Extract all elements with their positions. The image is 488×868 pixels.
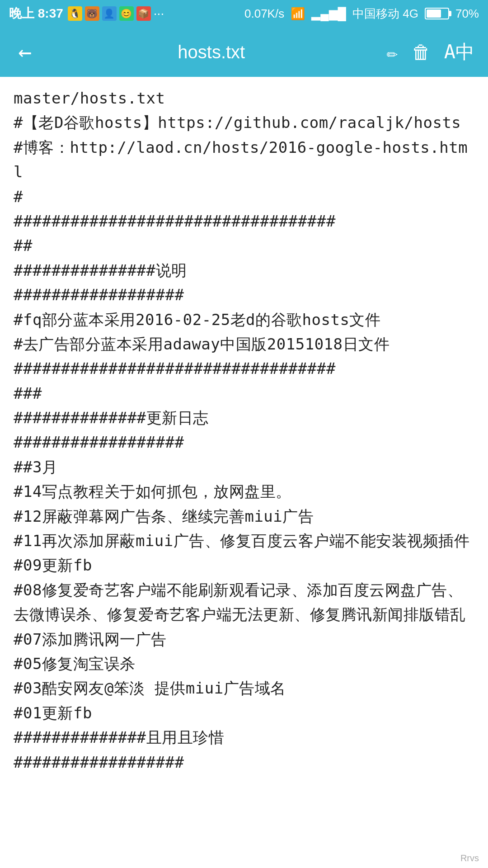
bottom-hint: Rrvs: [460, 853, 479, 863]
back-button[interactable]: ←: [14, 34, 36, 70]
status-right: 0.07K/s 📶 ▂▄▆█ 中国移动 4G 70%: [244, 6, 479, 22]
battery-indicator: [425, 8, 449, 19]
status-time: 晚上 8:37: [9, 5, 63, 22]
nav-actions: ✏ 🗑 A中: [386, 39, 474, 65]
edit-button[interactable]: ✏: [386, 41, 398, 63]
nav-title: hosts.txt: [45, 42, 377, 62]
status-icons: 🐧 🐻 👤 😊 📦 ···: [68, 6, 164, 21]
back-arrow-icon: ←: [18, 39, 32, 65]
file-content: master/hosts.txt #【老D谷歌hosts】https://git…: [0, 77, 488, 868]
app-icon-3: 👤: [102, 6, 117, 21]
battery-percent: 70%: [455, 7, 479, 21]
wifi-icon: 📶: [291, 7, 305, 21]
network-speed: 0.07K/s: [244, 7, 284, 21]
app-icon-1: 🐧: [68, 6, 82, 21]
app-icon-4: 😊: [119, 6, 134, 21]
delete-icon: 🗑: [412, 41, 431, 63]
carrier: 中国移动 4G: [352, 6, 418, 22]
status-left: 晚上 8:37 🐧 🐻 👤 😊 📦 ···: [9, 5, 164, 22]
nav-bar: ← hosts.txt ✏ 🗑 A中: [0, 27, 488, 77]
font-icon: A中: [444, 39, 474, 65]
more-apps: ···: [154, 6, 164, 21]
delete-button[interactable]: 🗑: [412, 41, 431, 63]
app-icon-2: 🐻: [85, 6, 99, 21]
battery-fill: [427, 9, 441, 18]
edit-icon: ✏: [386, 41, 398, 63]
font-button[interactable]: A中: [444, 39, 474, 65]
status-bar: 晚上 8:37 🐧 🐻 👤 😊 📦 ··· 0.07K/s 📶 ▂▄▆█ 中国移…: [0, 0, 488, 27]
signal-icon: ▂▄▆█: [311, 7, 346, 21]
file-text: master/hosts.txt #【老D谷歌hosts】https://git…: [14, 86, 474, 774]
app-icon-5: 📦: [136, 6, 151, 21]
